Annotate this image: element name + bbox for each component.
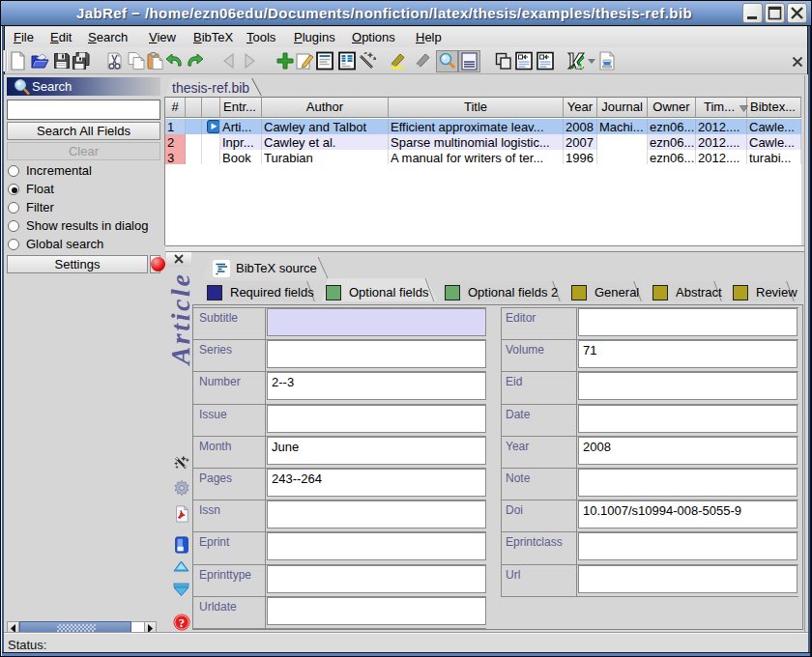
svg-text:TeX: TeX (576, 65, 585, 70)
svg-text:?: ? (179, 616, 185, 630)
